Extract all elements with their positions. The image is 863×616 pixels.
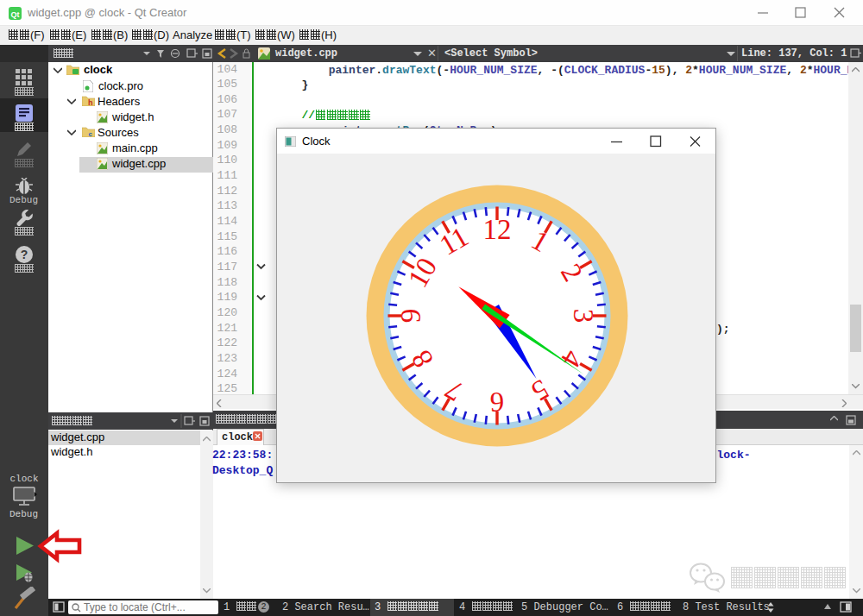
svg-text:12: 12 (483, 214, 512, 245)
svg-text:3: 3 (568, 309, 599, 324)
svg-text:?: ? (21, 248, 28, 261)
svg-text:6: 6 (490, 387, 505, 418)
svg-text:9: 9 (395, 309, 426, 324)
svg-text:c: c (89, 130, 93, 137)
svg-text:h: h (88, 98, 93, 106)
svg-text:Qt: Qt (11, 10, 20, 19)
